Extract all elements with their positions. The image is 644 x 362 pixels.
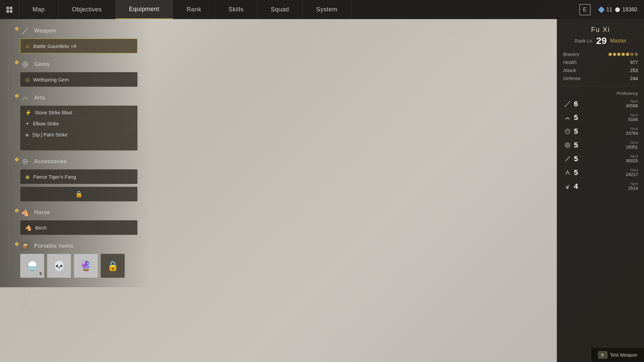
defense-row: Defense 244 (563, 76, 638, 81)
arts-diamond (14, 94, 19, 98)
prof-left-3: 5 (563, 127, 578, 136)
art-item-2[interactable]: ✦ Elbow Strike (20, 118, 137, 129)
prof-exp-6: 24217 (626, 172, 638, 177)
tab-system[interactable]: System (303, 0, 351, 19)
prof-icon-2 (563, 113, 572, 122)
prof-exp-4: 19351 (626, 144, 638, 149)
weapon-icon (20, 26, 30, 36)
portable-count-1: 5 (40, 271, 42, 276)
nav-logo (0, 0, 19, 19)
accessories-bullet (13, 158, 20, 161)
portable-bullet (13, 242, 20, 246)
accessories-section: Accessories ◉ Fierce Tiger's Fang 🔒 (13, 157, 138, 201)
arts-header: Arts (20, 93, 138, 103)
proficiency-row-7: 4 Next 2514 (563, 182, 638, 191)
bravery-row: Bravery (563, 52, 638, 57)
art-item-1[interactable]: ⚡ Stone Strike Blast (20, 107, 137, 118)
prof-next-label-4: Next (626, 140, 638, 144)
tab-map[interactable]: Map (19, 0, 59, 19)
prof-next-label-6: Next (626, 168, 638, 172)
accessories-label: Accessories (34, 159, 67, 165)
accessories-icon (20, 157, 30, 167)
nav-right: E 11 18360 (573, 4, 644, 15)
horse-slot[interactable]: 🐴 Birch (20, 220, 138, 235)
health-label: Health (563, 60, 577, 65)
prof-level-5: 5 (574, 155, 578, 163)
tab-squad[interactable]: Squad (257, 0, 303, 19)
svg-rect-3 (6, 10, 9, 13)
horse-shape: 🐴 (21, 208, 30, 217)
prof-left-4: 5 (563, 141, 578, 149)
art-icon-3: ◈ (25, 132, 29, 138)
horse-diamond (14, 208, 19, 213)
top-nav: Map Objectives Equipment Rank Skills Squ… (0, 0, 644, 19)
gems-label: Gems (34, 61, 50, 67)
portable-content: 📦 Portable Items 🍚 5 💀 🔮 (20, 241, 138, 278)
tab-skills[interactable]: Skills (215, 0, 257, 19)
arts-section: Arts ⚡ Stone Strike Blast ✦ Elbow Strike… (13, 93, 138, 150)
horse-slot-name: Birch (35, 225, 47, 231)
rank-number: 29 (596, 36, 607, 46)
proficiency-row-6: 5 Next 24217 (563, 168, 638, 177)
prof-next-label-3: Next (626, 127, 638, 131)
proficiency-row-5: 5 Next 30025 (563, 154, 638, 163)
tab-rank[interactable]: Rank (173, 0, 215, 19)
prof-next-label-2: Next (628, 113, 638, 117)
tab-equipment[interactable]: Equipment (116, 0, 173, 19)
art-item-3[interactable]: ◈ [Sp.] Palm Strike (20, 129, 137, 140)
stats-divider (563, 86, 638, 86)
portable-icon-3: 🔮 (80, 260, 92, 272)
svg-line-18 (569, 101, 570, 102)
portable-item-1[interactable]: 🍚 5 (20, 254, 44, 278)
prof-exp-7: 2514 (628, 186, 638, 191)
svg-rect-1 (6, 7, 9, 9)
attack-label: Attack (563, 68, 576, 73)
prof-level-7: 4 (574, 182, 578, 191)
bravery-dot-3 (617, 53, 621, 56)
gems-slot-icon: ◎ (25, 76, 30, 83)
tab-objectives[interactable]: Objectives (59, 0, 116, 19)
portable-item-3[interactable]: 🔮 (74, 254, 98, 278)
weapon-slot[interactable]: ⚔ Battle Gauntlets +9 (20, 39, 138, 53)
gems-slot[interactable]: ◎ Wellspring Gem (20, 72, 138, 87)
rank-row: Rank Lv. 29 Master (563, 36, 638, 46)
portable-icon-1: 🍚 (26, 260, 38, 272)
art-icon-1: ⚡ (25, 110, 32, 116)
accessory-slot-2[interactable]: 🔒 (20, 187, 138, 201)
health-value: 977 (630, 60, 638, 65)
art-empty-slot: — (20, 140, 137, 149)
prof-next-label-1: Next (626, 99, 638, 103)
svg-line-7 (27, 28, 28, 29)
prof-left-2: 5 (563, 113, 578, 122)
art-name-3: [Sp.] Palm Strike (33, 132, 67, 137)
weapon-bullet (13, 27, 20, 31)
prof-icon-5 (563, 155, 572, 163)
prof-right-4: Next 19351 (626, 140, 638, 149)
left-panel: Weapon ⚔ Battle Gauntlets +9 (0, 19, 144, 362)
proficiency-row-1: 6 Next 40598 (563, 99, 638, 108)
proficiency-header: Proficiency (563, 91, 638, 96)
portable-icon: 📦 (20, 241, 30, 251)
bravery-dot-4 (622, 53, 625, 56)
proficiency-row-4: 5 Next 19351 (563, 140, 638, 149)
weapon-slot-name: Battle Gauntlets +9 (33, 43, 76, 49)
accessory-slot-1[interactable]: ◉ Fierce Tiger's Fang (20, 169, 138, 184)
defense-label: Defense (563, 76, 581, 81)
accessory-icon-1: ◉ (25, 174, 30, 180)
prof-icon-4 (563, 141, 572, 149)
arts-container: ⚡ Stone Strike Blast ✦ Elbow Strike ◈ [S… (20, 106, 138, 150)
art-name-2: Elbow Strike (33, 121, 59, 126)
prof-next-label-5: Next (626, 154, 638, 158)
prof-icon-1 (563, 100, 572, 108)
circle-currency-icon (615, 7, 620, 12)
bravery-dot-1 (608, 53, 612, 56)
prof-right-2: Next 5166 (628, 113, 638, 122)
gems-content: Gems ◎ Wellspring Gem (20, 59, 138, 87)
horse-icon: 🐴 (20, 207, 30, 218)
hint-key: K (598, 351, 607, 359)
portable-item-2[interactable]: 💀 (47, 254, 71, 278)
portable-item-4[interactable]: 🔒 (101, 254, 125, 278)
e-button[interactable]: E (579, 4, 591, 15)
portable-icon-2: 💀 (53, 260, 65, 272)
prof-left-1: 6 (563, 100, 578, 108)
